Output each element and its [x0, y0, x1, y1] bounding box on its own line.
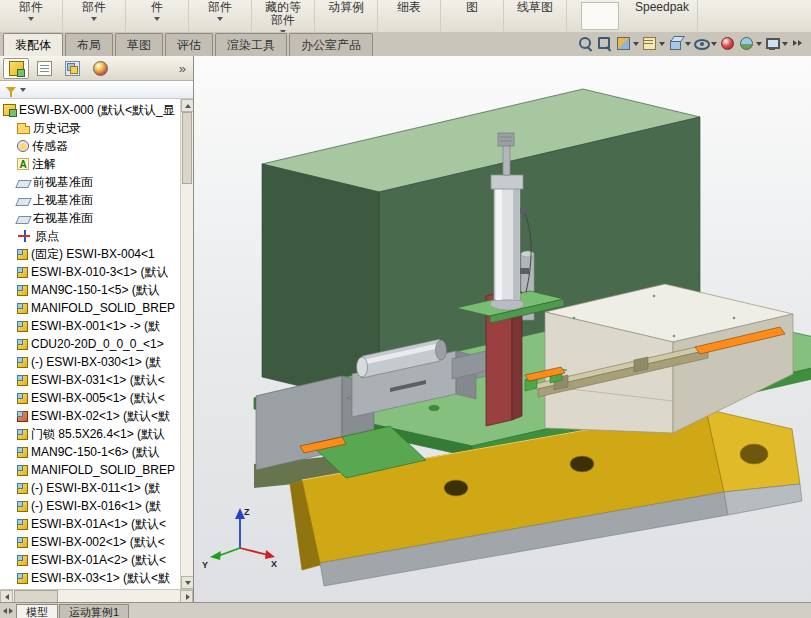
tree-item-0[interactable]: ESWI-BX-000 (默认<默认_显 — [0, 101, 180, 119]
tree-item-17[interactable]: ESWI-BX-02<1> (默认<默 — [0, 407, 180, 425]
tree-item-11[interactable]: MANIFOLD_SOLID_BREP — [0, 299, 180, 317]
tree-horizontal-scrollbar[interactable] — [0, 589, 193, 603]
property-manager-icon — [37, 61, 52, 76]
apply-scene-button[interactable] — [737, 35, 763, 52]
panel-expand-button[interactable]: » — [175, 62, 190, 75]
zoom-to-fit-button[interactable] — [576, 35, 595, 52]
tree-item-9[interactable]: ESWI-BX-010-3<1> (默认 — [0, 263, 180, 281]
tree-item-23[interactable]: ESWI-BX-01A<1> (默认< — [0, 515, 180, 533]
tree-item-2[interactable]: 传感器 — [0, 137, 180, 155]
command-tab-评估[interactable]: 评估 — [165, 33, 213, 56]
ribbon-item-4[interactable]: 藏的等部件 — [252, 0, 315, 32]
air-fitting — [520, 208, 529, 214]
command-tab-布局[interactable]: 布局 — [65, 33, 113, 56]
ribbon-items: 部件部件件部件藏的等部件动算例细表图线草图Speedpak — [0, 0, 698, 32]
zoom-to-fit-icon — [577, 35, 594, 52]
ribbon-item-label: 部件 — [82, 1, 106, 14]
part-icon — [17, 465, 28, 476]
view-orientation-button[interactable] — [640, 35, 666, 52]
display-manager-tab[interactable] — [87, 58, 113, 79]
origin-triad: Z X Y — [202, 507, 277, 570]
tree-item-3[interactable]: A注解 — [0, 155, 180, 173]
white-box-screw — [573, 317, 576, 320]
tree-item-20[interactable]: MANIFOLD_SOLID_BREP — [0, 461, 180, 479]
tree-item-16[interactable]: ESWI-BX-005<1> (默认< — [0, 389, 180, 407]
ribbon-item-6[interactable]: 细表 — [378, 0, 441, 32]
sheet-scroll-left-icon[interactable] — [3, 608, 7, 614]
command-tab-办公室产品[interactable]: 办公室产品 — [289, 33, 373, 56]
slide-cylinder-cap — [436, 340, 447, 360]
white-box-screw — [653, 295, 656, 298]
tree-item-1[interactable]: 历史记录 — [0, 119, 180, 137]
cylinder-shine — [496, 188, 502, 300]
tree-item-10[interactable]: MAN9C-150-1<5> (默认 — [0, 281, 180, 299]
tree-item-26[interactable]: ESWI-BX-03<1> (默认<默 — [0, 569, 180, 587]
tree-item-21[interactable]: (-) ESWI-BX-011<1> (默 — [0, 479, 180, 497]
ribbon-item-1[interactable]: 部件 — [63, 0, 126, 32]
tree-item-6[interactable]: 右视基准面 — [0, 209, 180, 227]
sheet-tab-运动算例1[interactable]: 运动算例1 — [59, 604, 129, 618]
ribbon-item-7[interactable]: 图 — [441, 0, 504, 32]
tree-item-15[interactable]: ESWI-BX-031<1> (默认< — [0, 371, 180, 389]
model-scene: Z X Y — [194, 56, 811, 603]
command-tab-草图[interactable]: 草图 — [115, 33, 163, 56]
solidworks-window: 部件部件件部件藏的等部件动算例细表图线草图Speedpak 装配体布局草图评估渲… — [0, 0, 811, 618]
sheet-tab-scroll[interactable] — [0, 604, 16, 618]
command-tab-装配体[interactable]: 装配体 — [3, 33, 63, 56]
cylinder-cap — [491, 175, 523, 189]
tree-item-18[interactable]: 门锁 85.5X26.4<1> (默认 — [0, 425, 180, 443]
ribbon-button-partial[interactable] — [581, 2, 619, 30]
configuration-manager-tab[interactable] — [59, 58, 85, 79]
part-icon — [17, 573, 28, 584]
scroll-up-button[interactable] — [181, 99, 193, 112]
dropdown-caret-icon — [659, 42, 665, 46]
ribbon-item-label: 部件 — [208, 1, 232, 14]
rod-clevis — [498, 133, 514, 146]
command-tab-渲染工具[interactable]: 渲染工具 — [215, 33, 287, 56]
ribbon-item-8[interactable]: 线草图 — [504, 0, 567, 32]
tree-item-label: ESWI-BX-031<1> (默认< — [31, 372, 165, 389]
ribbon-item-3[interactable]: 部件 — [189, 0, 252, 32]
ribbon-item-5[interactable]: 动算例 — [315, 0, 378, 32]
ribbon-item-9[interactable]: Speedpak — [627, 0, 698, 32]
filter-caret-icon[interactable] — [20, 88, 26, 92]
hide-show-items-button[interactable] — [692, 35, 718, 52]
feature-manager-tab[interactable] — [3, 58, 29, 79]
ribbon-item-label: 部件 — [19, 1, 43, 14]
tree-item-label: MAN9C-150-1<6> (默认 — [31, 444, 160, 461]
view-settings-button[interactable] — [763, 35, 789, 52]
tree-item-14[interactable]: (-) ESWI-BX-030<1> (默 — [0, 353, 180, 371]
tree-item-7[interactable]: 原点 — [0, 227, 180, 245]
tree-vertical-scrollbar[interactable] — [180, 99, 193, 589]
toolbar-overflow-button[interactable] — [789, 35, 808, 52]
tree-item-4[interactable]: 前视基准面 — [0, 173, 180, 191]
tree-item-13[interactable]: CDU20-20D_0_0_0_<1> — [0, 335, 180, 353]
filter-icon[interactable] — [6, 87, 16, 93]
plane-icon — [15, 180, 32, 188]
ribbon-item-0[interactable]: 部件 — [0, 0, 63, 32]
vertical-scroll-thumb[interactable] — [182, 112, 192, 184]
tree-item-25[interactable]: ESWI-BX-01A<2> (默认< — [0, 551, 180, 569]
graphics-viewport[interactable]: Z X Y — [194, 56, 811, 603]
part-icon — [17, 267, 28, 278]
part-icon — [17, 429, 28, 440]
display-style-button[interactable] — [666, 35, 692, 52]
tree-item-8[interactable]: (固定) ESWI-BX-004<1 — [0, 245, 180, 263]
tree-item-label: 上视基准面 — [33, 192, 93, 209]
plane-icon — [15, 198, 32, 206]
scroll-down-button[interactable] — [181, 576, 193, 589]
ribbon-item-2[interactable]: 件 — [126, 0, 189, 32]
property-manager-tab[interactable] — [31, 58, 57, 79]
tree-item-12[interactable]: ESWI-BX-001<1> -> (默 — [0, 317, 180, 335]
zoom-to-area-button[interactable] — [595, 35, 614, 52]
sheet-scroll-right-icon[interactable] — [9, 608, 13, 614]
tree-item-22[interactable]: (-) ESWI-BX-016<1> (默 — [0, 497, 180, 515]
section-view-button[interactable] — [614, 35, 640, 52]
bottom-bar: 模型运动算例1 — [0, 602, 811, 618]
tree-item-5[interactable]: 上视基准面 — [0, 191, 180, 209]
sheet-tab-模型[interactable]: 模型 — [16, 604, 58, 618]
tree-item-24[interactable]: ESWI-BX-002<1> (默认< — [0, 533, 180, 551]
edit-appearance-button[interactable] — [718, 35, 737, 52]
tree-item-label: ESWI-BX-01A<2> (默认< — [31, 552, 166, 569]
tree-item-19[interactable]: MAN9C-150-1<6> (默认 — [0, 443, 180, 461]
